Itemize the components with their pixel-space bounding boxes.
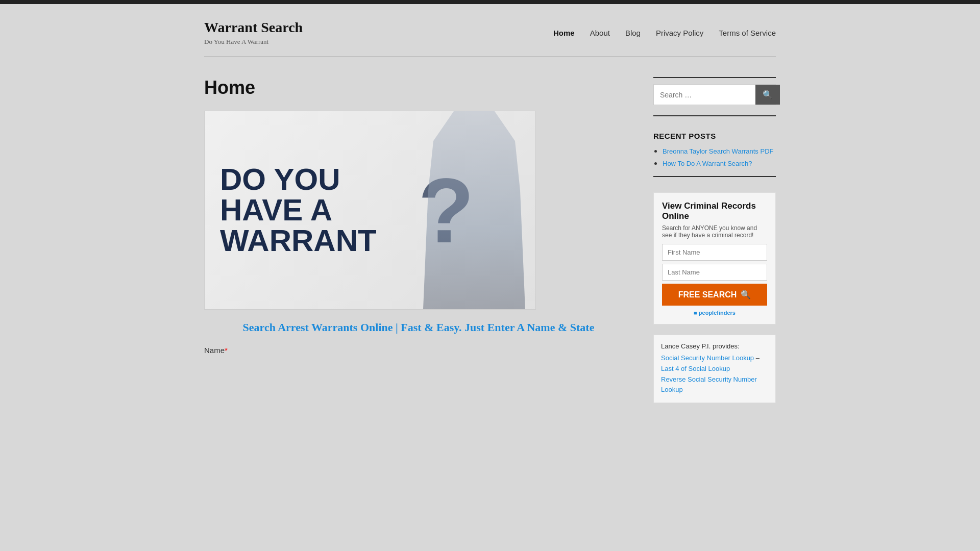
search-icon: 🔍 — [741, 290, 751, 299]
hero-line2: HAVE A — [220, 195, 377, 226]
nav-home[interactable]: Home — [553, 29, 575, 37]
article-link[interactable]: Search Arrest Warrants Online | Fast & E… — [204, 320, 633, 336]
main-content: Home DO YOU HAVE A WARRANT ? Search Arre… — [204, 57, 776, 423]
site-header: Warrant Search Do You Have A Warrant Hom… — [204, 4, 776, 56]
lance-intro: Lance Casey P.I. provides: — [661, 342, 768, 350]
hero-right: ? — [354, 111, 535, 309]
content-area: Home DO YOU HAVE A WARRANT ? Search Arre… — [204, 77, 633, 355]
list-item: How To Do A Warrant Search? — [663, 159, 776, 168]
top-bar — [0, 0, 980, 4]
nav-terms-of-service[interactable]: Terms of Service — [719, 29, 776, 37]
lance-links: Social Security Number Lookup – Last 4 o… — [661, 353, 768, 395]
recent-posts-section: RECENT POSTS Breonna Taylor Search Warra… — [653, 132, 776, 177]
nav-blog[interactable]: Blog — [625, 29, 641, 37]
logo-icon: ■ — [694, 310, 697, 316]
last-name-input[interactable] — [662, 264, 767, 281]
ad-description: Search for ANYONE you know and see if th… — [662, 224, 767, 239]
sidebar: 🔍 RECENT POSTS Breonna Taylor Search War… — [653, 77, 776, 403]
nav-privacy-policy[interactable]: Privacy Policy — [656, 29, 703, 37]
person-silhouette — [423, 111, 525, 309]
site-tagline: Do You Have A Warrant — [204, 38, 303, 46]
hero-line1: DO YOU — [220, 164, 377, 195]
ad-widget: View Criminal Records Online Search for … — [653, 192, 776, 324]
search-button[interactable]: 🔍 — [755, 85, 780, 105]
peoplefinders-logo: ■ peoplefinders — [662, 310, 767, 316]
page-title: Home — [204, 77, 633, 98]
recent-post-link-0[interactable]: Breonna Taylor Search Warrants PDF — [663, 147, 773, 155]
search-divider-top — [653, 77, 776, 78]
site-nav: Home About Blog Privacy Policy Terms of … — [553, 29, 776, 37]
hero-text-block: DO YOU HAVE A WARRANT — [220, 164, 377, 256]
name-label: Name — [204, 346, 225, 355]
recent-post-link-1[interactable]: How To Do A Warrant Search? — [663, 160, 752, 167]
search-section: 🔍 — [653, 77, 776, 116]
site-title[interactable]: Warrant Search — [204, 19, 303, 35]
site-branding: Warrant Search Do You Have A Warrant — [204, 19, 303, 46]
lance-link-0[interactable]: Social Security Number Lookup — [661, 354, 754, 362]
hero-image: DO YOU HAVE A WARRANT ? — [204, 111, 536, 310]
free-search-label: FREE SEARCH — [678, 290, 737, 299]
search-box: 🔍 — [653, 84, 776, 105]
recent-posts-title: RECENT POSTS — [653, 132, 776, 140]
hero-line3: WARRANT — [220, 226, 377, 256]
search-divider-bottom — [653, 115, 776, 116]
free-search-button[interactable]: FREE SEARCH 🔍 — [662, 284, 767, 306]
list-item: Breonna Taylor Search Warrants PDF — [663, 146, 776, 156]
lance-dash: – — [756, 354, 760, 362]
name-required: * — [225, 346, 228, 355]
recent-posts-divider — [653, 176, 776, 177]
name-label-row: Name* — [204, 346, 633, 355]
lance-link-1[interactable]: Last 4 of Social Lookup — [661, 365, 730, 372]
ad-title: View Criminal Records Online — [662, 201, 767, 221]
recent-posts-list: Breonna Taylor Search Warrants PDF How T… — [653, 146, 776, 168]
nav-about[interactable]: About — [590, 29, 610, 37]
first-name-input[interactable] — [662, 244, 767, 261]
search-input[interactable] — [654, 86, 755, 104]
lance-box: Lance Casey P.I. provides: Social Securi… — [653, 335, 776, 403]
lance-link-2[interactable]: Reverse Social Security Number Lookup — [661, 375, 757, 394]
header-inner: Warrant Search Do You Have A Warrant Hom… — [204, 19, 776, 46]
